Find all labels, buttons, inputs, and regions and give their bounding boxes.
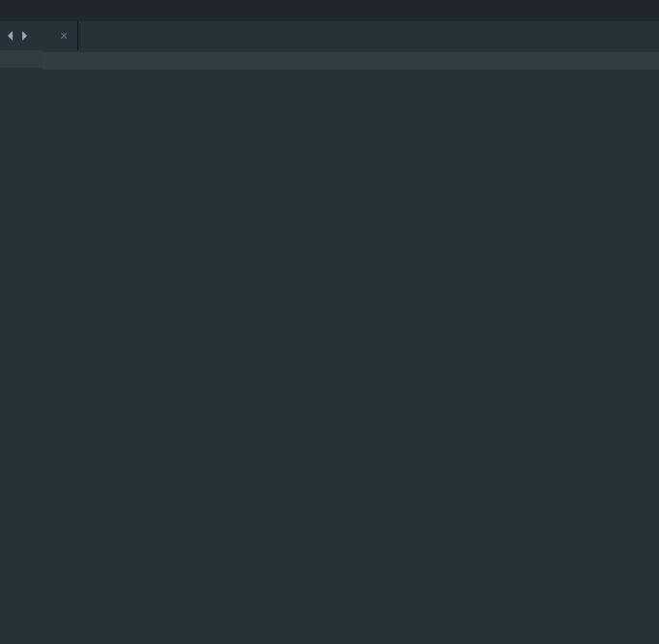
tab-programa[interactable]: × [35, 21, 78, 50]
nav-arrows [0, 31, 35, 41]
menubar[interactable] [0, 0, 659, 21]
line-number-gutter [0, 50, 43, 644]
tab-bar: × [0, 21, 659, 50]
active-line-highlight [43, 52, 659, 70]
close-icon[interactable]: × [60, 29, 68, 43]
editor[interactable] [0, 50, 659, 644]
forward-icon[interactable] [19, 31, 29, 41]
back-icon[interactable] [6, 31, 15, 41]
code-area[interactable] [43, 50, 659, 644]
